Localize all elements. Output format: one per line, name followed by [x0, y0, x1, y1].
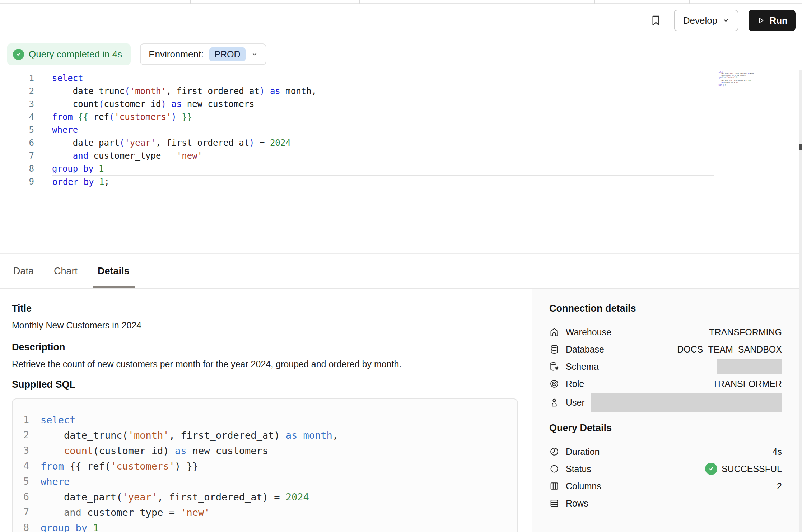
row-value: 2 — [777, 481, 782, 491]
chevron-down-icon — [722, 17, 729, 24]
page-scrollbar[interactable] — [799, 70, 802, 532]
code-line: 5where — [0, 123, 754, 136]
supplied-sql-card: 1select2 date_trunc('month', first_order… — [12, 398, 518, 532]
line-number: 5 — [13, 474, 29, 489]
connection-details-panel: Connection details Warehouse TRANSFORMIN… — [532, 289, 802, 532]
line-number: 8 — [13, 520, 29, 532]
user-redacted-value — [591, 393, 782, 412]
line-number: 2 — [13, 428, 29, 443]
bookmark-icon — [649, 14, 662, 27]
title-value: Monthly New Customers in 2024 — [12, 320, 141, 331]
tab-details[interactable]: Details — [96, 254, 131, 288]
scrollbar-thumb[interactable] — [799, 144, 802, 150]
row-label: Database — [566, 344, 604, 355]
sql-editor[interactable]: 1select2 date_trunc('month', first_order… — [0, 72, 754, 188]
line-number: 3 — [13, 443, 29, 458]
code-line: 2 date_trunc('month', first_ordered_at) … — [0, 85, 754, 98]
header-bar: Develop Run — [0, 5, 802, 36]
play-icon — [756, 16, 765, 25]
chevron-down-icon — [251, 51, 258, 57]
code-line: 8group by 1 — [0, 162, 754, 175]
columns-icon — [549, 481, 559, 491]
row-label: Warehouse — [566, 327, 611, 337]
code-line: 3 count(customer_id) as new_customers — [0, 98, 754, 111]
row-database: Database DOCS_TEAM_SANDBOX — [549, 341, 782, 358]
tab-separator — [594, 0, 595, 4]
status-text: SUCCESSFUL — [722, 464, 782, 474]
code-line: 7 and customer_type = 'new' — [0, 149, 754, 162]
rows-icon — [549, 498, 559, 508]
row-value: --- — [773, 498, 782, 509]
code-line: order by 1; — [716, 85, 754, 87]
code-line: 1select — [13, 412, 517, 428]
run-label: Run — [769, 15, 788, 26]
row-value: DOCS_TEAM_SANDBOX — [677, 344, 782, 355]
line-number: 1 — [13, 412, 29, 428]
line-number: 2 — [0, 85, 34, 98]
code-line: 6 date_part('year', first_ordered_at) = … — [0, 136, 754, 149]
line-number: 8 — [0, 162, 34, 175]
row-warehouse: Warehouse TRANSFORMING — [549, 323, 782, 341]
warehouse-icon — [549, 327, 559, 337]
tab-separator — [476, 0, 476, 4]
line-number: 4 — [13, 458, 29, 474]
app-window: Develop Run Query completed in 4s Enviro… — [0, 0, 802, 532]
query-status-badge: Query completed in 4s — [7, 43, 131, 65]
code-line: 8group by 1 — [13, 520, 517, 532]
row-label: Rows — [566, 498, 588, 509]
tab-separator — [190, 0, 191, 4]
description-value: Retrieve the count of new customers per … — [12, 359, 401, 369]
row-label: Schema — [566, 361, 599, 372]
develop-button[interactable]: Develop — [674, 10, 738, 31]
environment-value-chip: PROD — [209, 47, 245, 61]
check-circle-icon — [13, 49, 24, 60]
row-value: TRANSFORMING — [709, 327, 782, 337]
run-button[interactable]: Run — [749, 10, 796, 31]
query-status-text: Query completed in 4s — [29, 49, 122, 60]
tab-separator — [359, 0, 360, 4]
query-status-row: Query completed in 4s Environment: PROD — [7, 43, 266, 65]
details-left-panel: Title Monthly New Customers in 2024 Desc… — [0, 289, 532, 532]
clock-icon — [549, 447, 559, 457]
tab-data[interactable]: Data — [12, 254, 35, 288]
line-number: 7 — [0, 149, 34, 162]
line-number: 7 — [13, 505, 29, 520]
row-label: Status — [566, 464, 591, 474]
row-duration: Duration 4s — [549, 443, 782, 460]
database-icon — [549, 344, 559, 354]
develop-label: Develop — [683, 15, 717, 26]
environment-label: Environment: — [149, 49, 204, 60]
line-number: 9 — [0, 175, 34, 188]
code-line: 6 date_part('year', first_ordered_at) = … — [13, 489, 517, 505]
title-heading: Title — [12, 303, 32, 314]
editor-minimap[interactable]: select date_trunc('month', first_ordered… — [716, 71, 754, 89]
details-panel: Title Monthly New Customers in 2024 Desc… — [0, 289, 802, 532]
success-check-icon — [705, 463, 717, 475]
schema-icon — [549, 361, 559, 372]
description-heading: Description — [12, 342, 65, 353]
row-label: Duration — [566, 447, 600, 457]
tab-chart[interactable]: Chart — [52, 254, 79, 288]
bookmark-button[interactable] — [648, 13, 664, 28]
environment-selector[interactable]: Environment: PROD — [140, 43, 266, 65]
tab-separator — [74, 0, 74, 4]
row-role: Role TRANSFORMER — [549, 375, 782, 392]
supplied-sql-heading: Supplied SQL — [12, 379, 75, 390]
line-number: 1 — [0, 72, 34, 85]
user-icon — [549, 397, 559, 407]
row-label: User — [566, 397, 585, 408]
code-line: 4from {{ ref('customers') }} — [13, 458, 517, 474]
top-tab-strip — [0, 0, 802, 4]
row-status: Status SUCCESSFUL — [549, 460, 782, 477]
connection-details-heading: Connection details — [549, 303, 782, 314]
row-user: User — [549, 392, 782, 412]
line-number: 3 — [0, 98, 34, 111]
code-line: 2 date_trunc('month', first_ordered_at) … — [13, 428, 517, 443]
line-number: 6 — [13, 489, 29, 505]
line-number: 6 — [0, 136, 34, 149]
code-line: 9order by 1; — [0, 175, 754, 188]
line-number: 4 — [0, 111, 34, 123]
row-value: 4s — [773, 447, 782, 457]
minimap-code: select date_trunc('month', first_ordered… — [716, 71, 754, 87]
row-columns: Columns 2 — [549, 477, 782, 495]
